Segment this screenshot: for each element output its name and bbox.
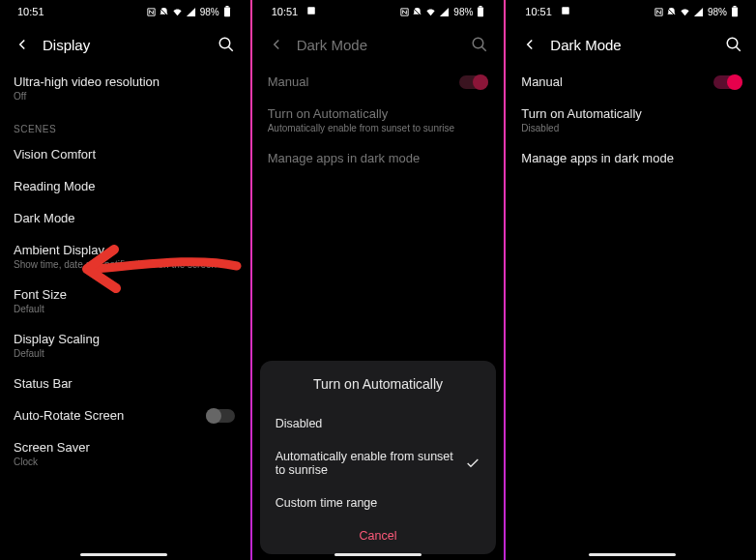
nfc-icon xyxy=(146,7,157,17)
svg-point-2 xyxy=(219,38,230,48)
row-label: Display Scaling xyxy=(14,332,100,346)
sheet-cancel[interactable]: Cancel xyxy=(276,519,481,545)
svg-rect-4 xyxy=(478,8,483,17)
settings-list: Ultra-high video resolution Off SCENES V… xyxy=(0,66,248,476)
svg-rect-8 xyxy=(732,8,738,17)
row-dark-mode[interactable]: Dark Mode xyxy=(14,202,235,234)
row-manual[interactable]: Manual xyxy=(521,66,742,98)
search-icon[interactable] xyxy=(471,36,488,53)
row-label: Font Size xyxy=(14,287,67,302)
signal-icon xyxy=(186,7,196,17)
status-icons: 98% xyxy=(146,6,231,17)
divider xyxy=(250,0,252,560)
settings-list: Manual Turn on Automatically Automatical… xyxy=(254,66,503,174)
manual-toggle[interactable] xyxy=(713,75,742,89)
svg-rect-0 xyxy=(224,8,230,17)
row-reading-mode[interactable]: Reading Mode xyxy=(14,170,235,202)
svg-rect-5 xyxy=(480,6,482,8)
phone-screen-display: 10:51 98% Display Ultra-high video resol… xyxy=(0,0,248,560)
dnd-icon xyxy=(412,7,422,17)
row-manage-apps: Manage apps in dark mode xyxy=(268,142,489,174)
battery-icon xyxy=(477,6,484,17)
svg-point-6 xyxy=(474,38,484,48)
divider xyxy=(504,0,506,560)
dnd-icon xyxy=(666,7,677,17)
auto-rotate-toggle[interactable] xyxy=(206,409,235,423)
status-bar: 10:51 98% xyxy=(508,0,756,23)
row-manage-apps[interactable]: Manage apps in dark mode xyxy=(521,142,742,174)
svg-point-10 xyxy=(727,38,738,48)
row-label: Ambient Display xyxy=(14,243,104,257)
row-ultra-high-video[interactable]: Ultra-high video resolution Off xyxy=(14,66,235,110)
home-indicator[interactable] xyxy=(334,553,422,556)
search-icon[interactable] xyxy=(725,36,742,53)
page-title: Display xyxy=(43,37,206,53)
status-left: 10:51 xyxy=(525,6,570,17)
header: Dark Mode xyxy=(254,23,503,66)
nfc-icon xyxy=(399,7,410,17)
back-icon[interactable] xyxy=(268,36,285,53)
sheet-option-sunset[interactable]: Automatically enable from sunset to sunr… xyxy=(276,440,481,486)
home-indicator[interactable] xyxy=(80,553,167,556)
row-status-bar[interactable]: Status Bar xyxy=(14,368,235,399)
header: Display xyxy=(0,23,248,66)
phone-screen-dark-mode-sheet: 10:51 98% Dark Mode Manual Turn on Autom… xyxy=(254,0,503,560)
row-sub: Disabled xyxy=(521,123,742,133)
battery-pct: 98% xyxy=(453,7,473,17)
row-ambient-display[interactable]: Ambient Display Show time, date and noti… xyxy=(14,234,235,279)
settings-list: Manual Turn on Automatically Disabled Ma… xyxy=(508,66,756,174)
status-icons: 98% xyxy=(399,6,484,17)
back-icon[interactable] xyxy=(14,36,31,53)
row-sub: Default xyxy=(14,348,235,359)
svg-rect-7 xyxy=(562,7,569,15)
sheet-title: Turn on Automatically xyxy=(276,376,481,392)
row-auto[interactable]: Turn on Automatically Disabled xyxy=(521,98,742,142)
signal-icon xyxy=(693,7,704,17)
sheet-option-custom[interactable]: Custom time range xyxy=(276,486,481,519)
signal-icon xyxy=(439,7,450,17)
search-icon[interactable] xyxy=(218,36,235,53)
manual-toggle xyxy=(459,75,488,89)
header: Dark Mode xyxy=(508,23,756,66)
page-title: Dark Mode xyxy=(550,37,713,53)
dnd-icon xyxy=(159,7,169,17)
row-sub: Default xyxy=(14,304,235,314)
row-label: Turn on Automatically xyxy=(521,106,642,121)
status-icons: 98% xyxy=(654,6,739,17)
battery-pct: 98% xyxy=(200,7,219,17)
page-title: Dark Mode xyxy=(297,37,460,53)
row-auto-rotate[interactable]: Auto-Rotate Screen xyxy=(14,399,235,431)
battery-icon xyxy=(223,6,231,17)
row-vision-comfort[interactable]: Vision Comfort xyxy=(14,138,235,170)
nfc-icon xyxy=(654,7,664,17)
row-auto: Turn on Automatically Automatically enab… xyxy=(268,98,489,142)
row-label: Turn on Automatically xyxy=(268,106,389,121)
row-screen-saver[interactable]: Screen Saver Clock xyxy=(14,431,235,476)
row-label: Screen Saver xyxy=(14,440,90,455)
bottom-sheet: Turn on Automatically Disabled Automatic… xyxy=(260,361,497,554)
row-display-scaling[interactable]: Display Scaling Default xyxy=(14,323,235,368)
status-left: 10:51 xyxy=(272,6,317,17)
svg-rect-9 xyxy=(734,6,737,8)
back-icon[interactable] xyxy=(521,36,538,53)
section-scenes: SCENES xyxy=(14,110,235,138)
row-sub: Automatically enable from sunset to sunr… xyxy=(268,123,489,133)
battery-icon xyxy=(731,6,739,17)
status-bar: 10:51 98% xyxy=(254,0,503,23)
row-label: Ultra-high video resolution xyxy=(14,74,160,89)
status-time: 10:51 xyxy=(272,6,299,17)
wifi-icon xyxy=(171,7,184,17)
row-sub: Show time, date and notifications on the… xyxy=(14,259,235,270)
home-indicator[interactable] xyxy=(589,553,676,556)
row-sub: Clock xyxy=(14,457,235,467)
row-font-size[interactable]: Font Size Default xyxy=(14,279,235,323)
battery-pct: 98% xyxy=(708,7,727,17)
screenshot-icon xyxy=(561,6,570,15)
row-sub: Off xyxy=(14,91,235,102)
status-time: 10:51 xyxy=(525,6,552,17)
phone-screen-dark-mode: 10:51 98% Dark Mode Manual Turn on Autom… xyxy=(508,0,756,560)
sheet-option-disabled[interactable]: Disabled xyxy=(276,407,481,440)
check-icon xyxy=(465,456,480,471)
wifi-icon xyxy=(424,7,437,17)
svg-rect-3 xyxy=(308,7,316,15)
